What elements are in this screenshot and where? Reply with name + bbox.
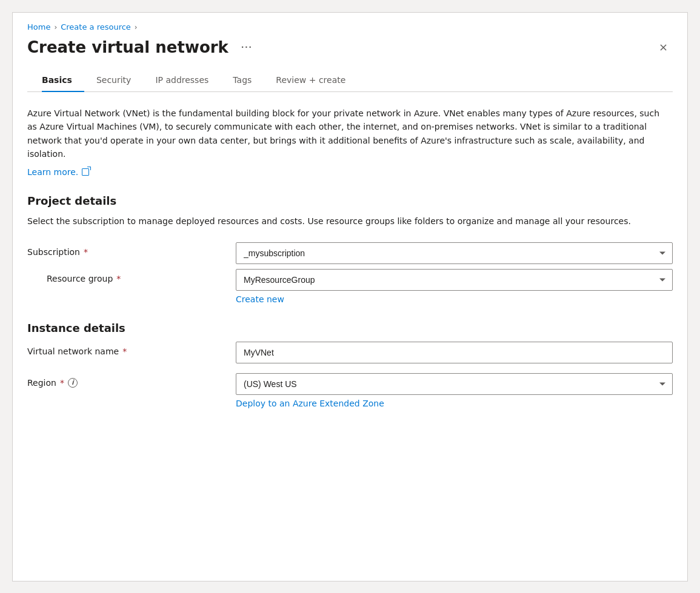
subscription-required: * — [84, 247, 88, 257]
resource-group-select-wrapper: MyResourceGroup — [236, 269, 673, 291]
breadcrumb: Home › Create a resource › — [27, 22, 673, 31]
vnet-name-label: Virtual network name — [27, 346, 119, 356]
title-row: Create virtual network ··· × — [27, 38, 673, 57]
panel-header: Home › Create a resource › Create virtua… — [13, 13, 687, 92]
region-select[interactable]: (US) West US — [236, 373, 673, 395]
region-row: Region * i (US) West US Deploy to an Azu… — [27, 373, 673, 409]
tab-ip-addresses[interactable]: IP addresses — [143, 69, 221, 92]
resource-group-label-col: Resource group * — [27, 269, 221, 283]
region-control: (US) West US Deploy to an Azure Extended… — [236, 373, 673, 409]
region-info-icon[interactable]: i — [68, 378, 78, 388]
project-details-title: Project details — [27, 194, 673, 207]
vnet-name-label-col: Virtual network name * — [27, 342, 221, 356]
resource-group-required: * — [116, 274, 121, 283]
resource-group-label: Resource group — [47, 274, 113, 283]
breadcrumb-home[interactable]: Home — [27, 22, 50, 31]
breadcrumb-separator-2: › — [135, 23, 138, 31]
subscription-row: Subscription * _mysubscription — [27, 242, 673, 264]
learn-more-link[interactable]: Learn more. — [27, 167, 89, 177]
breadcrumb-separator-1: › — [54, 23, 57, 31]
vnet-name-required: * — [122, 346, 127, 356]
tab-review-create[interactable]: Review + create — [264, 69, 358, 92]
more-options-button[interactable]: ··· — [236, 38, 257, 57]
vnet-name-input[interactable] — [236, 342, 673, 363]
close-button[interactable]: × — [654, 39, 673, 55]
main-content: Azure Virtual Network (VNet) is the fund… — [13, 92, 687, 433]
page-title: Create virtual network — [27, 38, 228, 56]
region-select-wrapper: (US) West US — [236, 373, 673, 395]
instance-details-title: Instance details — [27, 322, 673, 334]
subscription-select-wrapper: _mysubscription — [236, 242, 673, 264]
tab-security[interactable]: Security — [84, 69, 144, 92]
vnet-name-control — [236, 342, 673, 363]
region-required: * — [60, 378, 64, 388]
tab-tags[interactable]: Tags — [221, 69, 264, 92]
breadcrumb-create-resource[interactable]: Create a resource — [61, 22, 131, 31]
subscription-label-col: Subscription * — [27, 242, 221, 257]
external-link-icon — [82, 168, 89, 176]
resource-group-row: Resource group * MyResourceGroup Create … — [27, 269, 673, 305]
region-label-col: Region * i — [27, 373, 221, 388]
resource-group-control: MyResourceGroup Create new — [236, 269, 673, 305]
vnet-name-row: Virtual network name * — [27, 342, 673, 363]
project-details-desc: Select the subscription to manage deploy… — [27, 214, 673, 228]
subscription-control: _mysubscription — [236, 242, 673, 264]
deploy-extended-zone-link[interactable]: Deploy to an Azure Extended Zone — [236, 399, 384, 408]
region-label: Region — [27, 378, 56, 388]
description-text: Azure Virtual Network (VNet) is the fund… — [27, 107, 670, 161]
create-new-resource-group-link[interactable]: Create new — [236, 294, 284, 304]
subscription-select[interactable]: _mysubscription — [236, 242, 673, 264]
create-virtual-network-panel: Home › Create a resource › Create virtua… — [12, 12, 688, 581]
subscription-label: Subscription — [27, 247, 80, 257]
title-left: Create virtual network ··· — [27, 38, 257, 57]
resource-group-select[interactable]: MyResourceGroup — [236, 269, 673, 291]
tab-bar: Basics Security IP addresses Tags Review… — [27, 69, 673, 92]
tab-basics[interactable]: Basics — [42, 69, 84, 92]
